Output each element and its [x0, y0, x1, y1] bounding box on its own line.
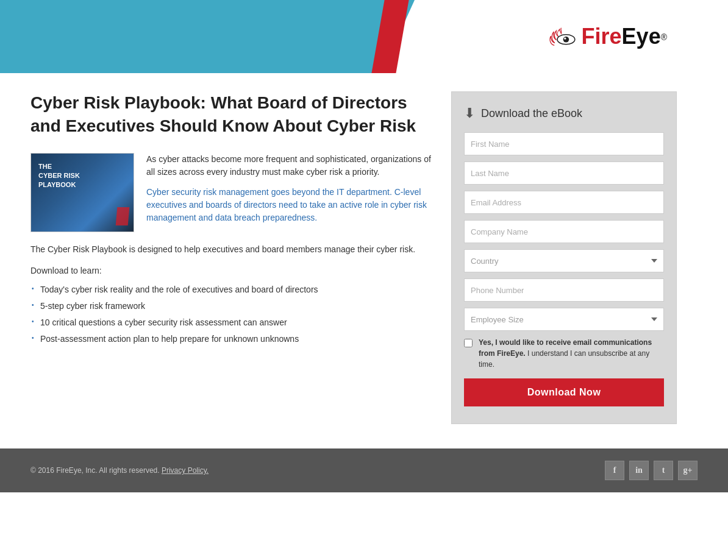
fireeye-logo-icon	[548, 27, 577, 46]
book-cover-text: THECYBER RISKPLAYBOOK	[38, 162, 80, 190]
svg-point-1	[563, 37, 569, 43]
last-name-group	[464, 161, 664, 185]
employee-size-group: Employee Size 1-10 11-50 51-200 201-500 …	[464, 308, 664, 331]
site-logo: FireEye®	[548, 24, 667, 49]
description-3: The Cyber Risk Playbook is designed to h…	[30, 243, 433, 256]
twitter-icon[interactable]: t	[654, 461, 673, 480]
form-title: Download the eBook	[481, 107, 582, 120]
country-select[interactable]: Country United States United Kingdom Can…	[464, 249, 664, 272]
facebook-icon[interactable]: f	[605, 461, 624, 480]
company-input[interactable]	[464, 220, 664, 243]
description-1: As cyber attacks become more frequent an…	[146, 153, 433, 179]
form-panel: ⬇ Download the eBook Country United Stat…	[451, 91, 677, 424]
book-cover-image: THECYBER RISKPLAYBOOK	[30, 153, 134, 232]
bullet-item: Post-assessment action plan to help prep…	[30, 333, 433, 346]
book-section: THECYBER RISKPLAYBOOK As cyber attacks b…	[30, 153, 433, 232]
download-ebook-icon: ⬇	[464, 105, 475, 121]
first-name-group	[464, 132, 664, 155]
footer-copyright: © 2016 FireEye, Inc. All rights reserved…	[30, 466, 209, 475]
logo-wordmark: FireEye®	[582, 24, 667, 49]
book-description: As cyber attacks become more frequent an…	[146, 153, 433, 232]
logo-eye-text: Eye	[622, 24, 661, 49]
email-consent-checkbox[interactable]	[464, 339, 473, 347]
country-group: Country United States United Kingdom Can…	[464, 249, 664, 272]
phone-input[interactable]	[464, 278, 664, 302]
phone-group	[464, 278, 664, 302]
bullet-item: Today's cyber risk reality and the role …	[30, 283, 433, 296]
company-group	[464, 220, 664, 243]
site-header: FireEye®	[0, 0, 728, 73]
header-blue-bg	[0, 0, 415, 73]
form-header: ⬇ Download the eBook	[464, 105, 664, 121]
page-title: Cyber Risk Playbook: What Board of Direc…	[30, 91, 433, 138]
book-cover-accent	[116, 207, 130, 225]
employee-size-select[interactable]: Employee Size 1-10 11-50 51-200 201-500 …	[464, 308, 664, 331]
logo-registered: ®	[661, 32, 667, 42]
social-icons-group: f in t g+	[605, 461, 698, 480]
email-consent-label: Yes, I would like to receive email commu…	[479, 337, 664, 370]
privacy-policy-link[interactable]: Privacy Policy.	[162, 466, 209, 475]
description-2: Cyber security risk management goes beyo…	[146, 186, 433, 224]
email-group	[464, 191, 664, 214]
logo-fire: Fire	[582, 24, 622, 49]
bullets-list: Today's cyber risk reality and the role …	[30, 283, 433, 346]
svg-point-2	[564, 38, 566, 40]
googleplus-icon[interactable]: g+	[678, 461, 698, 480]
main-content: Cyber Risk Playbook: What Board of Direc…	[0, 73, 728, 448]
left-column: Cyber Risk Playbook: What Board of Direc…	[30, 91, 433, 424]
last-name-input[interactable]	[464, 161, 664, 185]
email-input[interactable]	[464, 191, 664, 214]
copyright-text: © 2016 FireEye, Inc. All rights reserved…	[30, 466, 160, 475]
download-to-learn-label: Download to learn:	[30, 264, 433, 277]
email-consent-row: Yes, I would like to receive email commu…	[464, 337, 664, 370]
first-name-input[interactable]	[464, 132, 664, 155]
bullet-item: 5-step cyber risk framework	[30, 300, 433, 313]
download-now-button[interactable]: Download Now	[464, 378, 664, 406]
linkedin-icon[interactable]: in	[629, 461, 649, 480]
bullet-item: 10 critical questions a cyber security r…	[30, 316, 433, 329]
site-footer: © 2016 FireEye, Inc. All rights reserved…	[0, 448, 728, 492]
